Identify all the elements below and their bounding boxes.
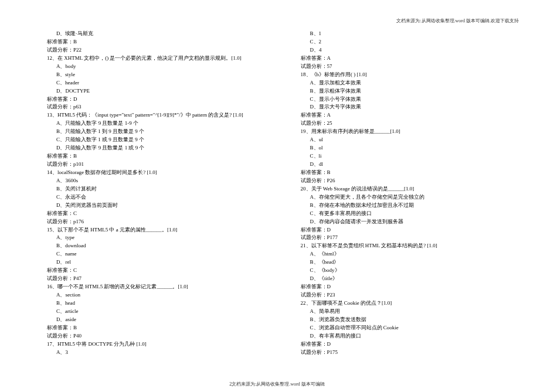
q16-stem: 16、哪一个不是 HTML5 新增的语义化标记元素______。[1.0] bbox=[47, 283, 266, 291]
q18-option-d: D、显示大号字体效果 bbox=[310, 103, 519, 111]
q17-stem: 17、HTML5 中将 DOCTYPE 分为几种 [1.0] bbox=[47, 340, 266, 349]
q21-option-d: D、《title》 bbox=[310, 275, 519, 283]
q22-option-b: B、浏览器负责发送数据 bbox=[310, 316, 519, 324]
q14-option-a: A、3600s bbox=[56, 177, 266, 185]
q13-option-d: D、只能输入数字 9 且数量是 1 或 9 个 bbox=[56, 144, 266, 152]
q16-option-a: A、section bbox=[56, 291, 266, 299]
q21-stem: 21、以下标签不是负责组织 HTML 文档基本结构的是? [1.0] bbox=[301, 242, 519, 250]
q17-option-c: C、2 bbox=[310, 38, 519, 46]
q20-stem: 20、关于 Web Storage 的说法错误的是______[1.0] bbox=[301, 185, 519, 193]
q14-option-c: C、永远不会 bbox=[56, 193, 266, 202]
q11-analysis: 试题分析：P22 bbox=[47, 46, 266, 54]
q20-analysis: 试题分析：P177 bbox=[301, 234, 519, 242]
q14-answer: 标准答案：C bbox=[47, 210, 266, 218]
q13-option-c: C、只能输入数字 1 或 9 且数量是 9 个 bbox=[56, 136, 266, 144]
q19-option-b: B、ol bbox=[310, 144, 519, 152]
q22-answer: 标准答案：D bbox=[301, 340, 519, 349]
q21-answer: 标准答案：D bbox=[301, 283, 519, 291]
q12-stem: 12、在 XHTML 文档中，() 是一个必要的元素，他决定了用户文档的显示规则… bbox=[47, 54, 266, 63]
q17-answer: 标准答案：A bbox=[301, 54, 519, 63]
q16-option-d: D、aside bbox=[56, 316, 266, 324]
q22-option-c: C、浏览器自动管理不同站点的 Cookie bbox=[310, 324, 519, 332]
q22-option-a: A、简单易用 bbox=[310, 308, 519, 316]
q15-option-b: B、download bbox=[56, 242, 266, 250]
q12-option-d: D、DOCTYPE bbox=[56, 87, 266, 96]
column-right: B、1 C、2 D、4 标准答案：A 试题分析：57 18、《b》标签的作用( … bbox=[289, 30, 519, 357]
q20-option-c: C、有更多丰富易用的接口 bbox=[310, 210, 519, 218]
q16-option-b: B、head bbox=[56, 299, 266, 308]
q18-stem: 18、《b》标签的作用( ) [1.0] bbox=[301, 71, 519, 79]
q16-option-c: C、article bbox=[56, 308, 266, 316]
q21-analysis: 试题分析：P23 bbox=[301, 291, 519, 299]
q21-option-c: C、《body》 bbox=[310, 267, 519, 275]
document-page: 文档来源为:从网络收集整理.word 版本可编辑.欢迎下载支持 D、埃隆·马斯克… bbox=[0, 0, 554, 392]
q18-analysis: 试题分析：25 bbox=[301, 120, 519, 128]
q13-analysis: 试题分析：p101 bbox=[47, 161, 266, 169]
q15-option-d: D、rel bbox=[56, 258, 266, 267]
q12-option-b: B、style bbox=[56, 71, 266, 79]
q18-option-a: A、显示加粗文本效果 bbox=[310, 79, 519, 87]
column-left: D、埃隆·马斯克 标准答案：B 试题分析：P22 12、在 XHTML 文档中，… bbox=[35, 30, 266, 357]
q18-answer: 标准答案：A bbox=[301, 111, 519, 120]
q18-option-b: B、显示粗体字体效果 bbox=[310, 87, 519, 96]
q15-analysis: 试题分析：P47 bbox=[47, 275, 266, 283]
q13-option-a: A、只能输入数字 9 且数量是 1-9 个 bbox=[56, 120, 266, 128]
q17-analysis: 试题分析：57 bbox=[301, 63, 519, 71]
q17-option-d: D、4 bbox=[310, 46, 519, 54]
q13-option-b: B、只能输入数字 1 到 9 且数量是 9 个 bbox=[56, 128, 266, 136]
q19-option-d: D、dl bbox=[310, 161, 519, 169]
q14-option-b: B、关闭计算机时 bbox=[56, 185, 266, 193]
q12-option-c: C、header bbox=[56, 79, 266, 87]
q17-option-b: B、1 bbox=[310, 30, 519, 38]
q19-option-a: A、ul bbox=[310, 136, 519, 144]
q17-option-a: A、3 bbox=[56, 349, 266, 357]
q21-option-b: B、《head》 bbox=[310, 258, 519, 267]
q14-analysis: 试题分析：p176 bbox=[47, 218, 266, 226]
q14-stem: 14、localStorage 数据存储过期时间是多长? [1.0] bbox=[47, 169, 266, 177]
q13-answer: 标准答案：B bbox=[47, 152, 266, 161]
q19-answer: 标准答案：B bbox=[301, 169, 519, 177]
q20-answer: 标准答案：D bbox=[301, 226, 519, 234]
q20-option-a: A、存储空间更大，且各个存储空间是完全独立的 bbox=[310, 193, 519, 202]
page-footer: 2文档来源为:从网络收集整理.word 版本可编辑 bbox=[0, 381, 554, 387]
q14-option-d: D、关闭浏览器当前页面时 bbox=[56, 202, 266, 210]
q16-analysis: 试题分析：P40 bbox=[47, 332, 266, 340]
content-columns: D、埃隆·马斯克 标准答案：B 试题分析：P22 12、在 XHTML 文档中，… bbox=[35, 30, 519, 357]
q19-stem: 19、用来标示有序列表的标签是______[1.0] bbox=[301, 128, 519, 136]
q11-option-d: D、埃隆·马斯克 bbox=[56, 30, 266, 38]
q16-answer: 标准答案：B bbox=[47, 324, 266, 332]
q19-analysis: 试题分析：P26 bbox=[301, 177, 519, 185]
q11-answer: 标准答案：B bbox=[47, 38, 266, 46]
q15-stem: 15、以下那个不是 HTML5 中 a 元素的属性______。[1.0] bbox=[47, 226, 266, 234]
q15-answer: 标准答案：C bbox=[47, 267, 266, 275]
q12-answer: 标准答案：D bbox=[47, 96, 266, 104]
q12-analysis: 试题分析：p63 bbox=[47, 103, 266, 111]
q19-option-c: C、li bbox=[310, 152, 519, 161]
q18-option-c: C、显示小号字体效果 bbox=[310, 96, 519, 104]
q15-option-a: A、type bbox=[56, 234, 266, 242]
q15-option-c: C、name bbox=[56, 250, 266, 258]
q21-option-a: A、《html》 bbox=[310, 250, 519, 258]
q12-option-a: A、body bbox=[56, 63, 266, 71]
q22-analysis: 试题分析：P175 bbox=[301, 349, 519, 357]
page-header: 文档来源为:从网络收集整理.word 版本可编辑.欢迎下载支持 bbox=[35, 18, 519, 24]
q13-stem: 13、HTML5 代码：《input type="text" pattern="… bbox=[47, 111, 266, 120]
q20-option-d: D、存储内容会随请求一并发送到服务器 bbox=[310, 218, 519, 226]
q20-option-b: B、存储在本地的数据未经过加密且永不过期 bbox=[310, 202, 519, 210]
q22-stem: 22、下面哪项不是 Cookie 的优点？[1.0] bbox=[301, 299, 519, 308]
q22-option-d: D、有丰富易用的接口 bbox=[310, 332, 519, 340]
